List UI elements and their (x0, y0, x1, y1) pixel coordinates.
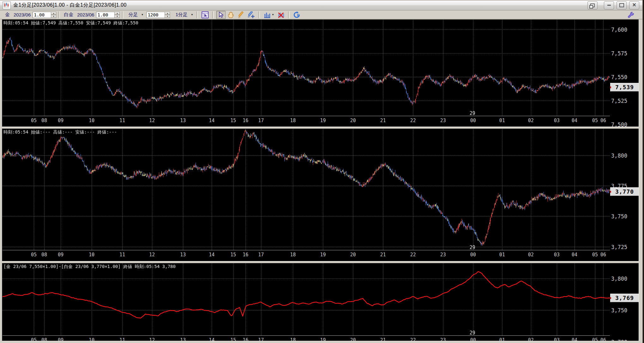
gold-ohlc-readout: 時刻:05:54 始値:7,549 高値:7,550 安値:7,549 終値:7… (3, 20, 138, 26)
remove-chart-button[interactable] (276, 11, 286, 19)
bar-type-dropdown[interactable]: 分足 ▼ (125, 11, 144, 18)
time-axis-label: 11 (119, 337, 125, 341)
time-axis-label: 00 (470, 252, 476, 258)
time-axis-label: 06 (600, 337, 606, 341)
price-axis-label: 3,700 (611, 339, 627, 341)
gold-ratio-spinner[interactable]: ▲▼ (51, 12, 56, 18)
time-axis-label: 04 (572, 252, 577, 258)
time-axis-label: 15 (230, 252, 236, 258)
time-axis-label: 06 (600, 252, 606, 258)
chart-area: 時刻:05:54 始値:7,549 高値:7,550 安値:7,549 終値:7… (2, 19, 639, 341)
price-axis-label: 7,500 (611, 122, 627, 127)
platinum-time-axis: 0508091011121314151617181920212223000102… (3, 250, 610, 261)
settings-wrench-icon (627, 11, 634, 18)
time-axis-label: 22 (410, 252, 416, 258)
time-axis-label: 17 (258, 252, 264, 258)
cascade-window-button[interactable] (587, 1, 598, 9)
time-axis-label: 01 (499, 252, 505, 258)
spread-chart-pane: [金 23/06 7,550×1.00]-[白金 23/06 3,770×1.0… (2, 263, 639, 341)
time-axis-label: 14 (209, 252, 215, 258)
time-axis-label: 05 (31, 252, 37, 258)
time-axis-label: 05 (31, 118, 37, 123)
time-axis-label: 10 (89, 118, 94, 123)
time-axis-label: 12 (149, 252, 155, 258)
platinum-chart-canvas[interactable] (3, 129, 610, 250)
price-axis-label: 3,725 (611, 244, 627, 250)
gold-price-axis: 7,6007,5757,5507,5257,5007,539 (610, 20, 639, 127)
platinum-price-axis: 3,8003,7753,7503,7253,770 (610, 129, 639, 261)
time-axis-label: 10 (89, 252, 94, 258)
chevron-down-icon: ▼ (272, 13, 274, 16)
interval-dropdown[interactable]: 1分足 ▼ (173, 11, 194, 18)
time-axis-label: 06 (600, 118, 606, 123)
title-bar[interactable]: 金1分足[2023/06]1.00 - 白金1分足[2023/06]1.00 × (0, 0, 642, 10)
time-axis-label: 22 (410, 118, 416, 123)
last-price-badge: 7,539 (610, 83, 639, 91)
chart-cursor-button[interactable] (200, 11, 210, 19)
bar-count-input[interactable] (146, 12, 165, 18)
time-axis-label: 21 (380, 118, 386, 123)
settings-button[interactable] (626, 11, 635, 19)
close-button[interactable]: × (629, 1, 639, 9)
time-axis-label: 17 (258, 337, 264, 341)
platinum-ratio-input[interactable] (96, 12, 114, 18)
time-axis-label: 05 (31, 337, 37, 341)
time-axis-label: 19 (320, 118, 326, 123)
time-axis-label: 10 (89, 337, 94, 341)
time-axis-label: 05 (592, 337, 598, 341)
time-axis-label: 08 (41, 118, 47, 123)
select-tool-button[interactable] (216, 11, 226, 19)
time-axis-label: 08 (41, 252, 47, 258)
time-axis-label: 18 (290, 337, 296, 341)
time-axis-label: 21 (380, 252, 386, 258)
time-axis-label: 20 (350, 118, 356, 123)
time-axis-label: 05 (592, 118, 598, 123)
bar-count-spinner[interactable]: ▲▼ (165, 12, 170, 18)
time-axis-label: 15 (230, 337, 236, 341)
gold-ratio-input[interactable] (33, 12, 51, 18)
time-axis-label: 19 (320, 252, 326, 258)
time-axis-label: 03 (554, 252, 560, 258)
reload-button[interactable]: R (292, 11, 301, 19)
time-axis-label: 03 (554, 118, 560, 123)
trendline-tool-button[interactable] (246, 11, 256, 19)
pencil-draw-icon (238, 11, 245, 18)
time-axis-label: 20 (350, 252, 356, 258)
time-axis-label: 23 (440, 337, 446, 341)
time-axis-label: 12 (149, 337, 155, 341)
time-axis-label: 18 (290, 118, 296, 123)
gold-chart-canvas[interactable] (3, 20, 610, 116)
time-axis-label: 04 (572, 118, 577, 123)
time-axis-label: 18 (290, 252, 296, 258)
draw-tool-button[interactable] (236, 11, 246, 19)
pan-tool-button[interactable] (226, 11, 236, 19)
time-axis-label: 08 (41, 337, 47, 341)
time-axis-label: 23 (440, 252, 446, 258)
minimize-button[interactable] (604, 1, 614, 9)
time-axis-label: 14 (209, 118, 215, 123)
time-axis-label: 01 (499, 118, 505, 123)
time-axis-label: 01 (499, 337, 505, 341)
time-axis-label: 04 (572, 337, 577, 341)
time-axis-label: 15 (230, 118, 236, 123)
price-axis-label: 7,575 (611, 50, 627, 57)
platinum-ratio-spinner[interactable]: ▲▼ (114, 12, 120, 18)
svg-text:R: R (297, 13, 300, 17)
time-axis-label: 17 (258, 118, 264, 123)
maximize-button[interactable] (617, 1, 627, 9)
last-price-badge: 3,770 (610, 187, 639, 196)
trendline-pen-icon (247, 11, 255, 18)
date-marker: 29 (470, 110, 475, 116)
time-axis-label: 02 (528, 118, 534, 123)
time-axis-label: 09 (58, 252, 64, 258)
time-axis-label: 16 (243, 252, 248, 258)
chart-cursor-icon (202, 11, 209, 18)
time-axis-label: 13 (180, 337, 186, 341)
spread-chart-canvas[interactable] (3, 264, 610, 336)
platinum-label: 白金 (64, 12, 73, 18)
time-axis-label: 00 (470, 337, 476, 341)
app-window: 金1分足[2023/06]1.00 - 白金1分足[2023/06]1.00 ×… (0, 0, 643, 343)
time-axis-label: 11 (119, 252, 125, 258)
price-axis-label: 3,750 (611, 213, 627, 220)
chart-type-button[interactable]: ▼ (262, 11, 276, 19)
